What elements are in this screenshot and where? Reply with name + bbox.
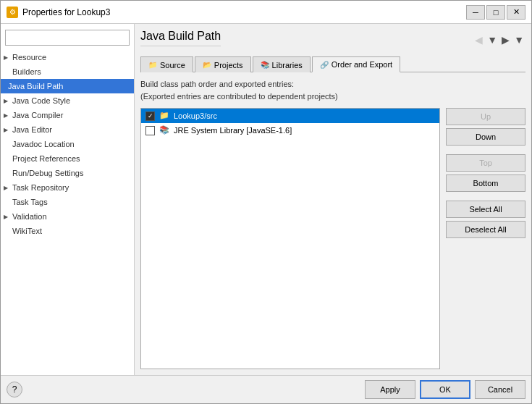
- minimize-button[interactable]: ─: [466, 5, 485, 20]
- sidebar: ▶ Resource Builders Java Build Path ▶ Ja…: [1, 24, 135, 375]
- tab-libraries[interactable]: 📚 Libraries: [253, 56, 311, 72]
- arrow-icon: ▶: [4, 54, 8, 61]
- sidebar-item-task-tags[interactable]: Task Tags: [1, 195, 134, 209]
- sidebar-item-wikitext[interactable]: WikiText: [1, 224, 134, 238]
- search-box[interactable]: [5, 30, 130, 46]
- arrow-icon: ▶: [4, 98, 8, 104]
- entry-item[interactable]: 📁 Lookup3/src: [141, 109, 439, 123]
- arrow-icon: ▶: [4, 185, 8, 191]
- description-line2: (Exported entries are contributed to dep…: [140, 91, 525, 103]
- top-button[interactable]: Top: [446, 154, 525, 172]
- sidebar-item-label: Validation: [12, 212, 47, 221]
- entry-checkbox[interactable]: [145, 126, 155, 135]
- properties-dialog: ⚙ Properties for Lookup3 ─ □ ✕ ▶ Resourc…: [0, 0, 532, 404]
- back-button[interactable]: ◀: [473, 34, 484, 46]
- sidebar-item-label: Task Repository: [12, 183, 69, 192]
- bottom-button[interactable]: Bottom: [446, 174, 525, 192]
- arrow-icon: ▶: [4, 112, 8, 119]
- sidebar-item-label: WikiText: [12, 227, 42, 235]
- build-path-content: 📁 Lookup3/src 📚 JRE System Library [Java…: [140, 108, 525, 369]
- main-panel: Java Build Path ◀ ▼ ▶ ▼ 📁 Source 📂 Proje…: [135, 24, 531, 375]
- window-title: Properties for Lookup3: [22, 7, 110, 17]
- order-export-tab-icon: 🔗: [320, 61, 329, 69]
- entry-checkbox[interactable]: [145, 111, 155, 121]
- sidebar-item-label: Java Editor: [12, 125, 52, 134]
- sidebar-item-java-editor[interactable]: ▶ Java Editor: [1, 122, 134, 137]
- libraries-tab-icon: 📚: [261, 61, 269, 69]
- up-button[interactable]: Up: [446, 108, 525, 125]
- sidebar-item-label: Java Build Path: [8, 82, 63, 91]
- entries-list: 📁 Lookup3/src 📚 JRE System Library [Java…: [140, 108, 440, 369]
- search-input[interactable]: [5, 30, 130, 46]
- entry-item[interactable]: 📚 JRE System Library [JavaSE-1.6]: [141, 123, 439, 138]
- sidebar-item-javadoc-location[interactable]: Javadoc Location: [1, 137, 134, 151]
- apply-button[interactable]: Apply: [365, 380, 415, 399]
- sidebar-item-java-build-path[interactable]: Java Build Path: [1, 79, 134, 93]
- nav-arrows: ◀ ▼ ▶ ▼: [473, 34, 525, 46]
- sidebar-item-label: Project References: [12, 154, 80, 163]
- arrow-icon: ▶: [4, 127, 8, 133]
- tabs-bar: 📁 Source 📂 Projects 📚 Libraries 🔗 Order …: [140, 56, 525, 72]
- cancel-button[interactable]: Cancel: [475, 380, 525, 399]
- help-button[interactable]: ?: [7, 382, 22, 397]
- arrow-icon: ▶: [4, 214, 8, 220]
- sidebar-item-java-code-style[interactable]: ▶ Java Code Style: [1, 93, 134, 108]
- sidebar-item-label: Java Code Style: [12, 96, 70, 105]
- sidebar-item-label: Run/Debug Settings: [12, 169, 83, 177]
- panel-title: Java Build Path: [140, 30, 221, 46]
- tab-libraries-label: Libraries: [272, 61, 303, 70]
- description: Build class path order and exported entr…: [140, 78, 525, 102]
- source-tab-icon: 📁: [148, 61, 157, 69]
- title-bar-left: ⚙ Properties for Lookup3: [7, 7, 110, 18]
- sidebar-item-builders[interactable]: Builders: [1, 64, 134, 79]
- sidebar-item-project-references[interactable]: Project References: [1, 151, 134, 166]
- sidebar-item-label: Javadoc Location: [12, 140, 75, 148]
- forward-button[interactable]: ▶: [500, 34, 511, 46]
- tab-source[interactable]: 📁 Source: [140, 56, 193, 72]
- close-button[interactable]: ✕: [507, 5, 525, 20]
- tab-source-label: Source: [160, 61, 185, 70]
- title-controls: ─ □ ✕: [466, 5, 525, 20]
- back-dropdown-button[interactable]: ▼: [486, 34, 499, 46]
- sidebar-item-label: Builders: [12, 67, 41, 76]
- tab-order-export-label: Order and Export: [332, 60, 392, 69]
- window-icon: ⚙: [7, 7, 18, 18]
- entry-library-icon: 📚: [159, 125, 169, 135]
- sidebar-item-label: Task Tags: [12, 198, 48, 206]
- tab-projects-label: Projects: [214, 61, 243, 70]
- sidebar-item-validation[interactable]: ▶ Validation: [1, 209, 134, 224]
- content-area: ▶ Resource Builders Java Build Path ▶ Ja…: [1, 24, 531, 375]
- sidebar-item-java-compiler[interactable]: ▶ Java Compiler: [1, 108, 134, 122]
- forward-dropdown-button[interactable]: ▼: [512, 34, 525, 46]
- sidebar-item-run-debug-settings[interactable]: Run/Debug Settings: [1, 166, 134, 180]
- panel-header: Java Build Path ◀ ▼ ▶ ▼: [140, 30, 525, 52]
- maximize-button[interactable]: □: [486, 5, 505, 20]
- footer-left: ?: [7, 382, 22, 397]
- entry-label: Lookup3/src: [174, 111, 217, 120]
- sidebar-item-task-repository[interactable]: ▶ Task Repository: [1, 180, 134, 195]
- ok-button[interactable]: OK: [420, 380, 470, 399]
- description-line1: Build class path order and exported entr…: [140, 78, 525, 91]
- entry-folder-icon: 📁: [159, 111, 169, 121]
- sidebar-item-resource[interactable]: ▶ Resource: [1, 50, 134, 64]
- projects-tab-icon: 📂: [203, 61, 211, 69]
- title-bar: ⚙ Properties for Lookup3 ─ □ ✕: [1, 1, 531, 24]
- help-symbol: ?: [12, 384, 17, 395]
- sidebar-item-label: Java Compiler: [12, 111, 63, 119]
- tab-projects[interactable]: 📂 Projects: [195, 56, 251, 72]
- tab-order-export[interactable]: 🔗 Order and Export: [312, 56, 400, 72]
- deselect-all-button[interactable]: Deselect All: [446, 221, 525, 238]
- buttons-panel: Up Down Top Bottom Select All Deselect A…: [446, 108, 525, 369]
- sidebar-item-label: Resource: [12, 53, 46, 62]
- down-button[interactable]: Down: [446, 128, 525, 146]
- footer: ? Apply OK Cancel: [1, 375, 531, 403]
- select-all-button[interactable]: Select All: [446, 201, 525, 218]
- entry-label: JRE System Library [JavaSE-1.6]: [174, 126, 292, 135]
